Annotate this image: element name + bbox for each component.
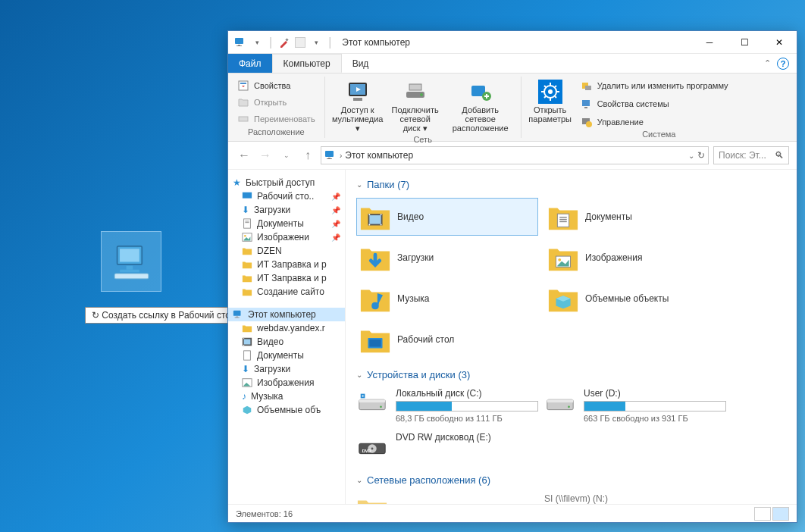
view-details-button[interactable] [754, 507, 771, 521]
window-title: Этот компьютер [342, 37, 410, 48]
drive-d[interactable]: User (D:) 663 ГБ свободно из 931 ГБ [544, 388, 726, 423]
nav-dzen[interactable]: DZEN [228, 244, 345, 258]
nav-this-pc[interactable]: Этот компьютер [228, 308, 345, 321]
close-button[interactable]: ✕ [762, 31, 797, 54]
chevron-right-icon: › [340, 152, 342, 160]
content-area: ★Быстрый доступ Рабочий сто..📌 ⬇Загрузки… [228, 170, 797, 504]
ribbon-tabs: Файл Компьютер Вид ⌃ ? [228, 54, 797, 74]
svg-point-23 [548, 89, 553, 94]
svg-rect-40 [233, 311, 241, 316]
address-row: ← → ⌄ ↑ › Этот компьютер ⌄ ↻ Поиск: Эт..… [228, 142, 797, 170]
svg-rect-41 [236, 317, 238, 318]
navigation-pane[interactable]: ★Быстрый доступ Рабочий сто..📌 ⬇Загрузки… [228, 170, 346, 504]
status-bar: Элементов: 16 [228, 504, 797, 522]
main-pane[interactable]: ⌄Папки (7) Видео Документы Загрузки Изоб… [346, 170, 797, 504]
ribbon-map-drive[interactable]: Подключить сетевой диск ▾ [389, 78, 442, 135]
svg-text:DVD: DVD [362, 449, 371, 453]
ribbon-manage[interactable]: Управление [578, 114, 731, 130]
nav-up[interactable]: ↑ [299, 147, 316, 164]
folder-pictures[interactable]: Изображения [544, 239, 726, 277]
svg-rect-2 [126, 265, 133, 269]
drag-tooltip: ↻ Создать ссылку в Рабочий стол [85, 307, 243, 324]
section-drives[interactable]: ⌄Устройства и диски (3) [356, 369, 786, 380]
nav-pictures-2[interactable]: Изображения [228, 376, 345, 390]
svg-rect-11 [239, 117, 248, 121]
tab-file[interactable]: Файл [228, 54, 272, 73]
folder-downloads[interactable]: Загрузки [356, 239, 538, 277]
nav-pictures[interactable]: Изображени📌 [228, 230, 345, 244]
svg-rect-44 [244, 340, 251, 345]
svg-rect-8 [286, 38, 289, 41]
svg-marker-50 [243, 406, 252, 415]
folder-video[interactable]: Видео [356, 198, 538, 236]
svg-rect-52 [369, 215, 381, 224]
svg-rect-69 [359, 399, 385, 402]
nav-it-2[interactable]: ИТ Заправка и р [228, 271, 345, 285]
qat-dropdown-2[interactable]: ▾ [310, 36, 322, 49]
folder-music[interactable]: Музыка [356, 280, 538, 318]
nav-back[interactable]: ← [236, 147, 252, 164]
address-bar[interactable]: › Этот компьютер ⌄ ↻ [321, 146, 709, 164]
nav-3d-objects[interactable]: Объемные объ [228, 403, 345, 417]
nav-downloads[interactable]: ⬇Загрузки📌 [228, 203, 345, 217]
tab-computer[interactable]: Компьютер [272, 54, 342, 73]
svg-rect-7 [236, 45, 242, 46]
svg-rect-30 [325, 151, 334, 157]
system-icon[interactable] [234, 36, 246, 49]
minimize-button[interactable]: ─ [692, 31, 727, 54]
ribbon-media-access[interactable]: Доступ к мультимедиа ▾ [331, 78, 384, 135]
ribbon-collapse-icon[interactable]: ⌃ [764, 58, 771, 68]
ribbon-add-net-location[interactable]: Добавить сетевое расположение [446, 78, 515, 135]
nav-video[interactable]: Видео [228, 335, 345, 349]
ribbon-system-props[interactable]: Свойства системы [578, 96, 731, 111]
qat-dropdown[interactable]: ▾ [251, 36, 263, 49]
nav-downloads-2[interactable]: ⬇Загрузки [228, 362, 345, 376]
svg-rect-1 [120, 249, 139, 261]
view-icons-button[interactable] [772, 507, 789, 521]
folder-desktop[interactable]: Рабочий стол [356, 321, 538, 358]
nav-documents-2[interactable]: Документы [228, 349, 345, 362]
refresh-icon[interactable]: ↻ [697, 150, 705, 161]
nav-desktop[interactable]: Рабочий сто..📌 [228, 189, 345, 203]
svg-point-62 [558, 258, 561, 261]
net-loc-1[interactable] [356, 493, 538, 504]
nav-recent[interactable]: ⌄ [278, 147, 295, 164]
drag-ghost-this-pc [101, 231, 161, 292]
svg-rect-67 [369, 340, 381, 347]
svg-point-53 [368, 214, 370, 215]
nav-music[interactable]: ♪Музыка [228, 390, 345, 403]
maximize-button[interactable]: ☐ [727, 31, 762, 54]
ribbon-properties[interactable]: Свойства [234, 78, 318, 93]
svg-point-56 [381, 224, 382, 226]
folder-documents[interactable]: Документы [544, 198, 726, 236]
svg-rect-59 [559, 219, 567, 220]
qat-icon-2[interactable] [295, 37, 305, 48]
svg-rect-26 [582, 100, 590, 106]
tab-view[interactable]: Вид [342, 54, 380, 73]
svg-rect-32 [327, 158, 332, 159]
nav-webdav[interactable]: webdav.yandex.r [228, 321, 345, 335]
nav-quick-access[interactable]: ★Быстрый доступ [228, 176, 345, 189]
drive-dvd[interactable]: DVD DVD RW дисковод (E:) [356, 432, 538, 464]
nav-documents[interactable]: Документы📌 [228, 217, 345, 230]
nav-site[interactable]: Создание сайто [228, 285, 345, 299]
folder-3d-objects[interactable]: Объемные объекты [544, 280, 726, 318]
drive-c[interactable]: Локальный диск (C:) 68,3 ГБ свободно из … [356, 388, 538, 423]
address-segment[interactable]: Этот компьютер [345, 150, 413, 161]
section-network[interactable]: ⌄Сетевые расположения (6) [356, 474, 786, 486]
ribbon-uninstall[interactable]: Удалить или изменить программу [578, 78, 731, 93]
ribbon-open-settings[interactable]: Открыть параметры [528, 78, 573, 130]
svg-rect-27 [584, 107, 587, 108]
svg-rect-74 [547, 399, 573, 402]
help-icon[interactable]: ? [777, 58, 789, 70]
section-folders[interactable]: ⌄Папки (7) [356, 179, 786, 190]
address-dropdown[interactable]: ⌄ [688, 152, 694, 160]
qat-properties[interactable] [278, 36, 290, 49]
net-loc-sl[interactable]: SI (\\filevm) (N:) [544, 493, 726, 504]
nav-forward[interactable]: → [257, 147, 274, 164]
svg-rect-5 [235, 38, 243, 44]
svg-rect-35 [245, 221, 249, 222]
nav-it-1[interactable]: ИТ Заправка и р [228, 258, 345, 271]
svg-rect-34 [244, 219, 251, 228]
search-box[interactable]: Поиск: Эт... 🔍︎ [713, 146, 789, 164]
